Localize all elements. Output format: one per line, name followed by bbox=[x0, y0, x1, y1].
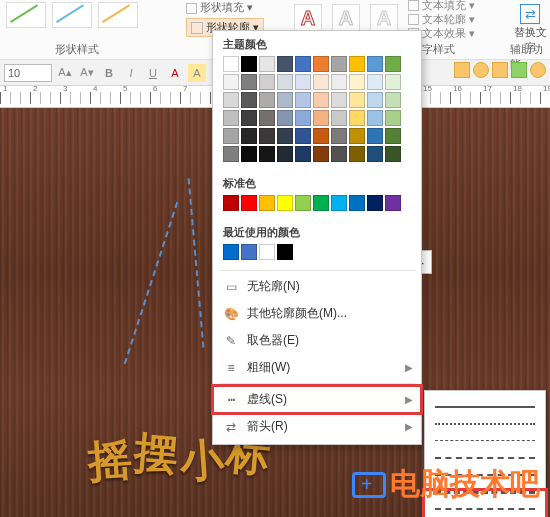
color-swatch[interactable] bbox=[295, 110, 311, 126]
color-swatch[interactable] bbox=[277, 146, 293, 162]
color-swatch[interactable] bbox=[241, 74, 257, 90]
decrease-font-icon[interactable]: A▾ bbox=[78, 64, 96, 82]
color-swatch[interactable] bbox=[295, 56, 311, 72]
font-size-input[interactable]: 10 bbox=[4, 64, 52, 82]
color-swatch[interactable] bbox=[385, 110, 401, 126]
color-swatch[interactable] bbox=[277, 110, 293, 126]
color-swatch[interactable] bbox=[241, 195, 257, 211]
underline-icon[interactable]: U bbox=[144, 64, 162, 82]
color-swatch[interactable] bbox=[331, 110, 347, 126]
color-swatch[interactable] bbox=[313, 92, 329, 108]
italic-icon[interactable]: I bbox=[122, 64, 140, 82]
color-swatch[interactable] bbox=[349, 74, 365, 90]
color-swatch[interactable] bbox=[277, 92, 293, 108]
quick-shape-ellipse[interactable] bbox=[530, 62, 546, 78]
arrows-item[interactable]: ⇄ 箭头(R) ▶ bbox=[213, 413, 421, 440]
color-swatch[interactable] bbox=[385, 92, 401, 108]
dash-option-square-dot[interactable] bbox=[433, 434, 537, 448]
color-swatch[interactable] bbox=[385, 195, 401, 211]
color-swatch[interactable] bbox=[349, 146, 365, 162]
wordart-preset-3[interactable]: A bbox=[370, 4, 398, 32]
color-swatch[interactable] bbox=[241, 244, 257, 260]
dash-option-dash[interactable] bbox=[433, 451, 537, 465]
color-swatch[interactable] bbox=[223, 244, 239, 260]
color-swatch[interactable] bbox=[385, 128, 401, 144]
color-swatch[interactable] bbox=[295, 146, 311, 162]
color-swatch[interactable] bbox=[241, 56, 257, 72]
weight-item[interactable]: ≡ 粗细(W) ▶ bbox=[213, 354, 421, 381]
shape-fill-button[interactable]: 形状填充 ▾ bbox=[186, 0, 253, 15]
color-swatch[interactable] bbox=[385, 56, 401, 72]
color-swatch[interactable] bbox=[277, 128, 293, 144]
color-swatch[interactable] bbox=[367, 74, 383, 90]
color-swatch[interactable] bbox=[313, 195, 329, 211]
color-swatch[interactable] bbox=[313, 128, 329, 144]
color-swatch[interactable] bbox=[295, 92, 311, 108]
color-swatch[interactable] bbox=[385, 74, 401, 90]
color-swatch[interactable] bbox=[331, 146, 347, 162]
color-swatch[interactable] bbox=[349, 92, 365, 108]
color-swatch[interactable] bbox=[385, 146, 401, 162]
color-swatch[interactable] bbox=[313, 110, 329, 126]
quick-shape-rect2[interactable] bbox=[492, 62, 508, 78]
color-swatch[interactable] bbox=[223, 146, 239, 162]
color-swatch[interactable] bbox=[223, 195, 239, 211]
color-swatch[interactable] bbox=[259, 195, 275, 211]
color-swatch[interactable] bbox=[259, 128, 275, 144]
shape-style-preset-1[interactable] bbox=[6, 2, 46, 28]
highlight-icon[interactable]: A bbox=[188, 64, 206, 82]
color-swatch[interactable] bbox=[367, 195, 383, 211]
color-swatch[interactable] bbox=[241, 128, 257, 144]
wordart-gallery[interactable]: A A A bbox=[294, 4, 398, 32]
color-swatch[interactable] bbox=[349, 195, 365, 211]
increase-font-icon[interactable]: A▴ bbox=[56, 64, 74, 82]
bold-icon[interactable]: B bbox=[100, 64, 118, 82]
wordart-preset-2[interactable]: A bbox=[332, 4, 360, 32]
color-swatch[interactable] bbox=[241, 146, 257, 162]
wordart-preset-1[interactable]: A bbox=[294, 4, 322, 32]
color-swatch[interactable] bbox=[241, 110, 257, 126]
font-color-icon[interactable]: A bbox=[166, 64, 184, 82]
color-swatch[interactable] bbox=[349, 128, 365, 144]
no-outline-item[interactable]: ▭ 无轮廓(N) bbox=[213, 273, 421, 300]
color-swatch[interactable] bbox=[277, 195, 293, 211]
quick-shape-circle[interactable] bbox=[473, 62, 489, 78]
color-swatch[interactable] bbox=[259, 92, 275, 108]
shape-style-preset-3[interactable] bbox=[98, 2, 138, 28]
quick-shape-green[interactable] bbox=[511, 62, 527, 78]
color-swatch[interactable] bbox=[241, 92, 257, 108]
color-swatch[interactable] bbox=[331, 128, 347, 144]
eyedropper-item[interactable]: ✎ 取色器(E) bbox=[213, 327, 421, 354]
shape-style-gallery[interactable] bbox=[0, 2, 180, 32]
color-swatch[interactable] bbox=[349, 56, 365, 72]
quick-shape-rect[interactable] bbox=[454, 62, 470, 78]
color-swatch[interactable] bbox=[277, 56, 293, 72]
color-swatch[interactable] bbox=[367, 110, 383, 126]
text-outline-button[interactable]: 文本轮廓 ▾ bbox=[408, 12, 475, 26]
shape-style-preset-2[interactable] bbox=[52, 2, 92, 28]
dashes-item[interactable]: ┅ 虚线(S) ▶ bbox=[213, 386, 421, 413]
color-swatch[interactable] bbox=[259, 146, 275, 162]
color-swatch[interactable] bbox=[277, 74, 293, 90]
color-swatch[interactable] bbox=[259, 56, 275, 72]
color-swatch[interactable] bbox=[331, 56, 347, 72]
color-swatch[interactable] bbox=[223, 56, 239, 72]
color-swatch[interactable] bbox=[223, 128, 239, 144]
text-fill-button[interactable]: 文本填充 ▾ bbox=[408, 0, 475, 12]
dash-option-solid[interactable] bbox=[433, 400, 537, 414]
color-swatch[interactable] bbox=[367, 56, 383, 72]
color-swatch[interactable] bbox=[313, 74, 329, 90]
color-swatch[interactable] bbox=[259, 244, 275, 260]
color-swatch[interactable] bbox=[223, 110, 239, 126]
color-swatch[interactable] bbox=[313, 146, 329, 162]
color-swatch[interactable] bbox=[313, 56, 329, 72]
color-swatch[interactable] bbox=[259, 74, 275, 90]
color-swatch[interactable] bbox=[295, 195, 311, 211]
color-swatch[interactable] bbox=[223, 92, 239, 108]
color-swatch[interactable] bbox=[277, 244, 293, 260]
color-swatch[interactable] bbox=[367, 146, 383, 162]
color-swatch[interactable] bbox=[367, 92, 383, 108]
color-swatch[interactable] bbox=[331, 74, 347, 90]
color-swatch[interactable] bbox=[367, 128, 383, 144]
dash-option-round-dot[interactable] bbox=[433, 417, 537, 431]
